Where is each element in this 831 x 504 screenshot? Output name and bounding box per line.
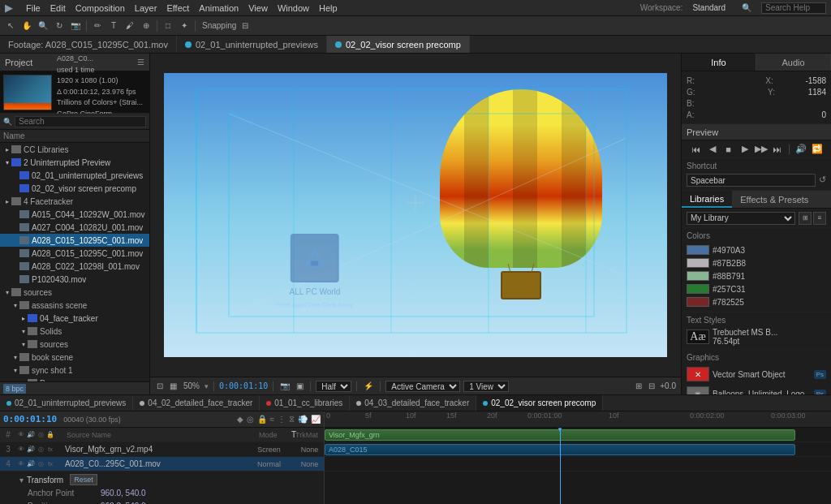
layer-trim[interactable]: None [295,446,324,454]
tree-item[interactable]: ▾book scene [0,351,149,364]
layer-audio-icon[interactable]: 🔊 [26,445,36,454]
tree-item[interactable]: A027_C004_10282U_001.mov [0,221,149,234]
menu-edit[interactable]: Edit [50,3,66,13]
comp-tab-footage[interactable]: Footage: A028_C015_10295C_001.mov [0,36,177,53]
layer-fx-icon[interactable]: fx [45,459,55,469]
snapshot-btn[interactable]: 📷 [278,381,291,390]
tree-item[interactable]: A028_C015_10295C_001.mov [0,234,149,247]
color-item[interactable]: #4970A3 [687,243,826,256]
camera-tool[interactable]: 📷 [68,19,83,33]
menu-effect[interactable]: Effect [166,3,189,13]
zoom-dropdown-icon[interactable]: ▾ [205,382,209,390]
info-tab[interactable]: Info [682,54,756,71]
audio-tab[interactable]: Audio [756,54,831,71]
tree-item[interactable]: ▸4 Facetracker [0,195,149,208]
preview-play-btn[interactable]: ▶ [738,144,751,154]
menu-view[interactable]: View [248,3,268,13]
hand-tool[interactable]: ✋ [19,19,34,33]
puppet-tool[interactable]: ✦ [177,19,192,33]
shape-tool[interactable]: □ [161,19,175,33]
playhead[interactable] [560,428,561,504]
menu-layer[interactable]: Layer [135,3,157,13]
pen-tool[interactable]: ✏ [90,19,105,33]
menu-help[interactable]: Help [319,3,338,13]
preview-audio-btn[interactable]: 🔊 [794,144,807,154]
layer-row[interactable]: 4 👁 🔊 ◎ fx A028_C0...295C_001.mov Normal… [0,457,324,472]
reset-btn[interactable]: Reset [70,474,97,485]
layer-fx-icon[interactable]: fx [45,445,55,454]
tree-item[interactable]: ▾assasins scene [0,299,149,312]
comp-tab-1[interactable]: 02_01_uninterrupted_previews [177,36,327,53]
preview-loop-btn[interactable]: 🔁 [811,144,824,154]
selection-tool[interactable]: ↖ [3,19,18,33]
list-view-icon[interactable]: ≡ [813,212,826,225]
libraries-tab[interactable]: Libraries [682,191,732,208]
proportional-btn[interactable]: ⊟ [647,381,657,390]
text-tool[interactable]: T [106,19,121,33]
timeline-tab[interactable]: 01_01_cc_libraries [260,395,350,411]
tree-item[interactable]: ▾Solids [0,325,149,338]
shortcut-reset-icon[interactable]: ↺ [819,174,826,185]
text-style-item[interactable]: Aæ Trebuchet MS B... 76.54pt [687,328,826,346]
menu-animation[interactable]: Animation [199,3,239,13]
snapping-toggle[interactable]: ⊟ [238,19,252,33]
layer-audio-icon[interactable]: 🔊 [26,459,36,469]
views-count-select[interactable]: 1 View [463,381,509,392]
preview-next-btn[interactable]: ▶▶ [755,144,768,154]
quality-select[interactable]: Half [316,381,351,392]
brush-tool[interactable]: 🖌 [123,19,137,33]
motion-blur-btn[interactable]: 💨 [298,415,308,424]
menu-file[interactable]: File [26,3,41,13]
transform-toggle[interactable]: ▾ [19,476,24,485]
always-preview-btn[interactable]: ⊡ [155,381,165,390]
menu-window[interactable]: Window [278,3,309,13]
timeline-tab[interactable]: 02_02_visor screen precomp [476,395,603,411]
library-select[interactable]: My Library [687,212,795,225]
clone-tool[interactable]: ⊕ [139,19,153,33]
tree-item[interactable]: ▾sources [0,338,149,351]
view-select[interactable]: Active Camera [385,381,460,392]
color-item[interactable]: #88B791 [687,269,826,282]
layer-solo-icon[interactable]: ◎ [36,459,45,469]
fast-preview-btn[interactable]: ⚡ [362,381,375,390]
collapse-btn[interactable]: ⋮ [278,415,286,424]
layer-mode[interactable]: Normal [247,460,291,468]
workspace-value[interactable]: Standard [692,3,726,12]
lock-btn[interactable]: 🔒 [257,415,267,424]
layer-eye-icon[interactable]: 👁 [16,445,26,454]
zoom-tool[interactable]: 🔍 [36,19,50,33]
tree-item[interactable]: P1020430.mov [0,273,149,286]
layer-trim[interactable]: None [295,460,324,468]
graph-editor-btn[interactable]: 📈 [311,415,321,424]
solo-btn[interactable]: ◎ [247,415,254,424]
add-marker-btn[interactable]: ◆ [237,415,243,424]
show-snapshot-btn[interactable]: ▣ [295,381,305,390]
tree-item[interactable]: 02_01_uninterrupted_previews [0,169,149,182]
tree-item[interactable]: ▾sync shot 1 [0,364,149,377]
bpc-badge[interactable]: 8 bpc [3,384,26,394]
preview-last-btn[interactable]: ⏭ [771,144,784,154]
color-item[interactable]: #87B2B8 [687,256,826,269]
tree-item[interactable]: A015_C044_10292W_001.mov [0,208,149,221]
region-preview-btn[interactable]: ▦ [168,381,179,390]
menu-composition[interactable]: Composition [75,3,125,13]
comp-tab-2[interactable]: 02_02_visor screen precomp [327,36,470,53]
frame-blend-btn[interactable]: ⧖ [289,415,295,424]
graphic-item[interactable]: ✕Vector Smart ObjectPs [687,365,826,383]
graphic-item[interactable]: ▣Balloons_Unlimited_LogoPs [687,385,826,394]
color-item[interactable]: #257C31 [687,282,826,295]
tree-item[interactable]: A028_C015_10295C_001.mov [0,247,149,260]
rotate-tool[interactable]: ↻ [52,19,67,33]
timeline-tab[interactable]: 04_03_detailed_face_tracker [350,395,476,411]
search-input[interactable] [761,2,826,14]
timeline-tab[interactable]: 02_01_uninterrupted_previews [0,395,133,411]
grid-btn[interactable]: ⊞ [634,381,644,390]
layer-row[interactable]: 3 👁 🔊 ◎ fx Visor_Mgfx_grn_v2.mp4 Screen … [0,442,324,457]
color-item[interactable]: #782525 [687,295,826,308]
preview-prev-btn[interactable]: ◀ [706,144,719,154]
project-search-input[interactable] [15,116,146,127]
tree-item[interactable]: ▾sources [0,286,149,299]
tree-item[interactable]: 02_02_visor screen precomp [0,182,149,195]
tree-item[interactable]: A028_C022_10298I_001.mov [0,260,149,273]
layer-solo-icon[interactable]: ◎ [36,445,45,454]
